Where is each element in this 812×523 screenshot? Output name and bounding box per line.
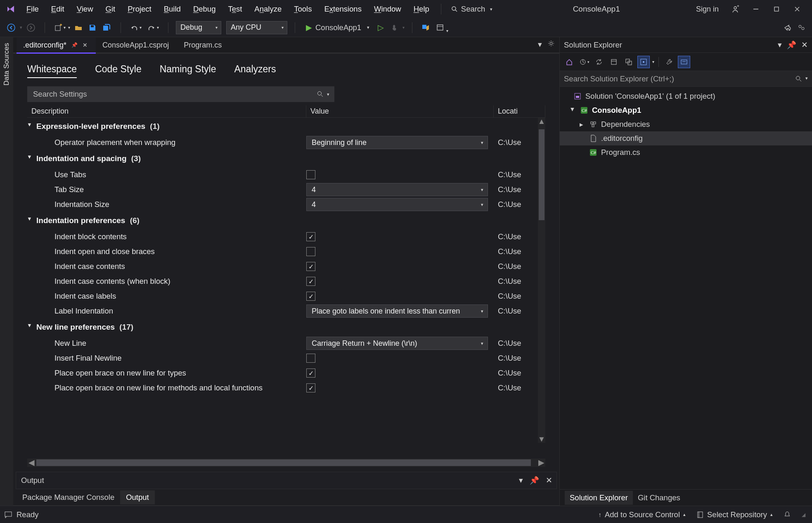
- solution-platform-dropdown[interactable]: Any CPU: [226, 21, 287, 34]
- value-checkbox[interactable]: [306, 368, 315, 378]
- value-dropdown[interactable]: 4: [306, 198, 488, 211]
- tab-output[interactable]: Output: [120, 490, 155, 504]
- new-project-button[interactable]: ✦: [52, 21, 67, 34]
- tab-code-style[interactable]: Code Style: [95, 64, 142, 78]
- tree-node-deps[interactable]: ▸ Dependencies: [560, 117, 812, 131]
- menu-view[interactable]: View: [71, 3, 99, 15]
- pin-icon[interactable]: 📌: [530, 476, 539, 485]
- minimize-button[interactable]: [746, 2, 766, 17]
- value-checkbox[interactable]: [306, 354, 315, 363]
- tab-whitespace[interactable]: Whitespace: [27, 64, 77, 78]
- settings-search[interactable]: Search Settings ▾: [27, 86, 334, 102]
- vertical-scrollbar[interactable]: ▲ ▼: [538, 118, 545, 443]
- sync-icon[interactable]: [593, 56, 605, 68]
- select-repository[interactable]: Select Repository ▴: [696, 510, 773, 519]
- collapse-icon[interactable]: ▸: [27, 217, 33, 224]
- collapse-icon[interactable]: ▸: [27, 324, 33, 330]
- collapse-icon[interactable]: [608, 56, 620, 68]
- solution-config-dropdown[interactable]: Debug: [176, 21, 221, 34]
- pin-icon[interactable]: 📌: [787, 40, 796, 50]
- solution-search[interactable]: Search Solution Explorer (Ctrl+;) ▾: [560, 71, 812, 87]
- tree-node-solution[interactable]: Solution 'ConsoleApp1' (1 of 1 project): [560, 89, 812, 103]
- tab-pkg-mgr-console[interactable]: Package Manager Console: [17, 490, 120, 504]
- data-sources-tab[interactable]: Data Sources: [2, 40, 11, 89]
- editor-tab[interactable]: .editorconfig* 📌 ✕: [17, 38, 96, 52]
- value-checkbox[interactable]: [306, 262, 315, 271]
- save-all-button[interactable]: [101, 21, 113, 34]
- start-without-debug-button[interactable]: ▷: [375, 21, 386, 34]
- tab-solution-explorer[interactable]: Solution Explorer: [565, 491, 633, 505]
- value-checkbox[interactable]: [306, 277, 315, 286]
- editor-tab[interactable]: ConsoleApp1.csproj: [96, 38, 177, 52]
- chevron-down-icon[interactable]: ▾: [538, 40, 542, 49]
- menu-test[interactable]: Test: [222, 3, 248, 15]
- preview-button[interactable]: [637, 56, 650, 68]
- sign-in-link[interactable]: Sign in: [696, 5, 719, 14]
- show-all-icon[interactable]: [623, 56, 635, 68]
- chevron-down-icon[interactable]: ▾: [519, 476, 523, 485]
- share-icon[interactable]: [781, 21, 793, 34]
- scroll-thumb[interactable]: [36, 459, 531, 466]
- value-dropdown[interactable]: Place goto labels one indent less than c…: [306, 304, 488, 318]
- switch-view-icon[interactable]: ▾: [578, 56, 590, 68]
- close-icon[interactable]: ✕: [83, 42, 88, 48]
- menu-analyze[interactable]: Analyze: [249, 3, 287, 15]
- save-button[interactable]: [87, 21, 98, 34]
- expand-icon[interactable]: ▸: [568, 107, 577, 113]
- resize-grip-icon[interactable]: ◢: [802, 512, 805, 518]
- scroll-thumb[interactable]: [539, 129, 544, 220]
- settings-group[interactable]: ▸ Indentation preferences (6): [27, 212, 538, 229]
- value-dropdown[interactable]: Carriage Return + Newline (\r\n): [306, 337, 488, 350]
- tab-analyzers[interactable]: Analyzers: [234, 64, 276, 78]
- chevron-down-icon[interactable]: ▾: [20, 25, 22, 30]
- menu-help[interactable]: Help: [408, 3, 435, 15]
- value-checkbox[interactable]: [306, 383, 315, 392]
- close-icon[interactable]: ✕: [546, 476, 552, 485]
- menu-window[interactable]: Window: [368, 3, 407, 15]
- menu-extensions[interactable]: Extensions: [318, 3, 367, 15]
- tree-node-file[interactable]: .editorconfig: [560, 131, 812, 145]
- bell-icon[interactable]: [784, 511, 791, 518]
- add-source-control[interactable]: ↑ Add to Source Control ▴: [598, 510, 686, 519]
- collapse-icon[interactable]: ▸: [27, 155, 33, 162]
- value-checkbox[interactable]: [306, 170, 315, 179]
- menu-git[interactable]: Git: [100, 3, 121, 15]
- close-button[interactable]: [787, 2, 807, 17]
- wrench-icon[interactable]: [663, 56, 675, 68]
- tab-git-changes[interactable]: Git Changes: [633, 491, 685, 505]
- maximize-button[interactable]: [767, 2, 786, 17]
- horizontal-scrollbar[interactable]: ◀▶: [27, 459, 545, 467]
- gear-icon[interactable]: [548, 40, 554, 49]
- global-search[interactable]: Search ▾: [447, 4, 497, 14]
- column-description[interactable]: Description: [27, 105, 306, 117]
- file-browser-icon[interactable]: [420, 21, 432, 34]
- menu-debug[interactable]: Debug: [187, 3, 222, 15]
- chevron-down-icon[interactable]: ▾: [652, 59, 654, 64]
- tree-node-file[interactable]: C# Program.cs: [560, 145, 812, 159]
- collapse-icon[interactable]: ▸: [27, 123, 33, 130]
- menu-edit[interactable]: Edit: [45, 3, 70, 15]
- chevron-down-icon[interactable]: ▾: [778, 40, 782, 50]
- tree-node-project[interactable]: ▸ C# ConsoleApp1: [560, 103, 812, 117]
- nav-back-button[interactable]: [5, 21, 17, 34]
- start-debug-button[interactable]: ▶ ConsoleApp1 ▾: [303, 21, 373, 34]
- chevron-down-icon[interactable]: ▾: [367, 25, 369, 30]
- chat-icon[interactable]: [4, 511, 12, 518]
- undo-button[interactable]: [128, 21, 143, 34]
- open-button[interactable]: [73, 21, 84, 34]
- value-dropdown[interactable]: Beginning of line: [306, 136, 488, 149]
- settings-group[interactable]: ▸ New line preferences (17): [27, 319, 538, 336]
- menu-file[interactable]: File: [21, 3, 45, 15]
- value-checkbox[interactable]: [306, 247, 315, 256]
- value-checkbox[interactable]: [306, 232, 315, 241]
- menu-project[interactable]: Project: [122, 3, 157, 15]
- overflow-icon[interactable]: ▾: [435, 21, 450, 34]
- live-share-icon[interactable]: [795, 21, 807, 34]
- redo-button[interactable]: [146, 21, 161, 34]
- value-dropdown[interactable]: 4: [306, 183, 488, 196]
- home-icon[interactable]: [563, 56, 575, 68]
- settings-group[interactable]: ▸ Indentation and spacing (3): [27, 150, 538, 167]
- pin-icon[interactable]: 📌: [71, 42, 78, 48]
- properties-icon[interactable]: [678, 56, 690, 68]
- chevron-down-icon[interactable]: ▾: [805, 76, 808, 82]
